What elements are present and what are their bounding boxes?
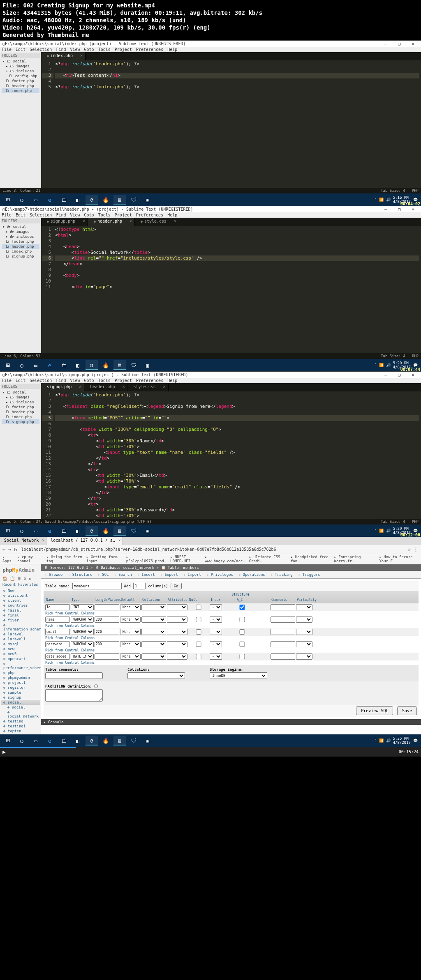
col-attr-select[interactable] xyxy=(167,653,187,660)
col-name-input[interactable] xyxy=(45,629,70,635)
db-item[interactable]: ⊕ laravel1 xyxy=(1,637,40,642)
code-editor[interactable]: <?php include('header.php'); ?> <h1>Test… xyxy=(53,60,421,188)
menu-selection[interactable]: Selection xyxy=(30,47,52,52)
app-icon[interactable]: 🛡 xyxy=(127,195,140,205)
bookmark[interactable]: ▸ Ultimate CSS Gradi… xyxy=(249,555,287,563)
col-name-input[interactable] xyxy=(45,604,70,610)
col-ai-checkbox[interactable] xyxy=(236,654,248,659)
db-item[interactable]: ⊕ performance_schema xyxy=(1,661,40,670)
col-length-input[interactable] xyxy=(95,604,119,610)
bookmark[interactable]: ▸ NUEST HOMED-HEI xyxy=(170,555,201,563)
pma-tab-browse[interactable]: Browse xyxy=(43,572,65,577)
db-item[interactable]: ⊕ new xyxy=(1,646,40,651)
tab-signup-php[interactable]: signup.php xyxy=(41,383,84,391)
firefox-icon[interactable]: 🔥 xyxy=(99,195,112,205)
menu-goto[interactable]: Goto xyxy=(84,213,94,217)
menu-help[interactable]: Help xyxy=(167,47,177,52)
menu-find[interactable]: Find xyxy=(56,47,66,52)
pick-central-link[interactable]: Pick from Central Columns xyxy=(44,636,419,640)
menu-preferences[interactable]: Preferences xyxy=(136,378,163,383)
app-icon[interactable]: ◧ xyxy=(72,195,84,205)
col-attr-select[interactable] xyxy=(167,629,187,635)
col-ai-checkbox[interactable] xyxy=(236,629,248,635)
window-controls[interactable]: — ▢ ✕ xyxy=(384,207,419,212)
menu-view[interactable]: View xyxy=(70,378,80,383)
col-virtuality-select[interactable] xyxy=(296,641,312,647)
col-index-select[interactable]: --- xyxy=(210,641,222,647)
bookmarks-bar[interactable]: ▸ Apps▸ cp my cpanel▸ Using the form tag… xyxy=(0,554,421,564)
col-name-input[interactable] xyxy=(45,653,70,660)
app-icon[interactable]: ▣ xyxy=(141,195,154,205)
play-icon[interactable]: ▶ xyxy=(2,749,6,755)
edge-icon[interactable]: e xyxy=(44,195,56,205)
col-collation-select[interactable] xyxy=(141,629,166,635)
menu-selection[interactable]: Selection xyxy=(30,378,52,383)
col-type-select[interactable]: INT xyxy=(71,604,94,610)
menu-find[interactable]: Find xyxy=(56,213,66,217)
taskbar[interactable]: ⊞ ○ ▭ e 🗀 ◧ ◔ 🔥 ▤ 🛡 ▣ ˄📶🔊 5:20 PM4/8/201… xyxy=(0,359,421,371)
col-name-input[interactable] xyxy=(45,641,70,647)
db-item[interactable]: ⊕ countries xyxy=(1,603,40,608)
menu-selection[interactable]: Selection xyxy=(30,213,52,217)
window-controls[interactable]: — ▢ ✕ xyxy=(384,41,419,46)
pma-tab-import[interactable]: Import xyxy=(181,572,204,577)
db-item[interactable]: ⊕ information_schema xyxy=(1,623,40,632)
taskview-icon[interactable]: ▭ xyxy=(30,195,42,205)
table-comments-input[interactable] xyxy=(45,672,103,679)
pma-tab-insert[interactable]: Insert xyxy=(135,572,157,577)
col-index-select[interactable]: --- xyxy=(210,604,222,610)
menu-file[interactable]: File xyxy=(2,47,12,52)
col-length-input[interactable] xyxy=(95,629,119,635)
col-ai-checkbox[interactable] xyxy=(236,642,248,647)
menu-view[interactable]: View xyxy=(70,213,80,217)
browser-tab[interactable]: Social Network xyxy=(0,537,46,545)
explorer-icon[interactable]: 🗀 xyxy=(58,195,70,205)
col-null-checkbox[interactable] xyxy=(188,617,209,622)
col-ai-checkbox[interactable] xyxy=(236,605,248,610)
tray-up-icon[interactable]: ˄ xyxy=(375,198,377,202)
col-attr-select[interactable] xyxy=(167,641,187,647)
col-null-checkbox[interactable] xyxy=(188,654,209,659)
col-default-select[interactable]: None xyxy=(120,653,141,660)
col-default-select[interactable]: None xyxy=(120,604,141,610)
col-comments-input[interactable] xyxy=(271,629,295,635)
col-collation-select[interactable] xyxy=(141,617,166,623)
col-index-select[interactable]: --- xyxy=(210,617,222,623)
menu-find[interactable]: Find xyxy=(56,378,66,383)
db-item[interactable]: ⊕ client xyxy=(1,598,40,603)
tree-item[interactable]: ▾ 🗁 includes xyxy=(2,69,39,74)
browser-tab[interactable]: localhost / 127.0.0.1 / s… xyxy=(46,537,123,545)
taskbar[interactable]: ⊞ ○ ▭ e 🗀 ◧ ◔ 🔥 ▤ 🛡 ▣ ˄ 📶 🔊 5:16 PM4/8/2… xyxy=(0,193,421,206)
tree-item[interactable]: 🗋 footer.php xyxy=(2,239,39,244)
pick-central-link[interactable]: Pick from Central Columns xyxy=(44,660,419,665)
db-item[interactable]: ⊕ fiver xyxy=(1,618,40,623)
video-player-bar[interactable]: ▶ 00:15:24 xyxy=(0,747,421,757)
bookmark[interactable]: ▸ How to Secure Your F xyxy=(379,555,419,563)
pma-tab-privileges[interactable]: Privileges xyxy=(204,572,236,577)
tree-item[interactable]: 🗋 footer.php xyxy=(2,78,39,83)
pma-tab-sql[interactable]: SQL xyxy=(96,572,111,577)
col-type-select[interactable]: DATETIME xyxy=(71,653,94,660)
menu-project[interactable]: Project xyxy=(115,378,132,383)
collation-select[interactable] xyxy=(127,672,185,679)
bookmark[interactable]: ▸ cp my cpanel xyxy=(17,555,42,563)
menu-file[interactable]: File xyxy=(2,378,12,383)
col-comments-input[interactable] xyxy=(271,653,295,660)
bookmark[interactable]: ▸ Fontspring. Worry-fr… xyxy=(334,555,375,563)
pma-tabs[interactable]: BrowseStructureSQLSearchInsertExportImpo… xyxy=(41,571,421,579)
col-virtuality-select[interactable] xyxy=(296,653,312,660)
col-virtuality-select[interactable] xyxy=(296,604,312,610)
col-type-select[interactable]: VARCHAR xyxy=(71,641,94,647)
db-item[interactable]: ⊕ signup xyxy=(1,695,40,700)
tree-item[interactable]: ▾ 🗁 social xyxy=(2,390,39,395)
tree-item[interactable]: 🗋 index.php xyxy=(2,249,39,254)
menu-help[interactable]: Help xyxy=(167,378,177,383)
breadcrumb[interactable]: 🛢 Server: 127.0.0.1 » 🛢 Database: social… xyxy=(41,564,421,571)
pma-tab-export[interactable]: Export xyxy=(158,572,180,577)
go-button[interactable]: Go xyxy=(171,583,182,589)
db-item[interactable]: ⊕ alisclent xyxy=(1,593,40,598)
taskbar[interactable]: ⊞○ ▭e 🗀◧ ◔🔥 ▤🛡 ▣ ˄📶🔊 5:35 PM4/8/2017💬 xyxy=(0,734,421,747)
bookmark[interactable]: ▸ www.hagry.com/acc… xyxy=(205,555,245,563)
bookmark[interactable]: ▸ Getting form input xyxy=(86,555,122,563)
col-index-select[interactable]: --- xyxy=(210,653,222,660)
